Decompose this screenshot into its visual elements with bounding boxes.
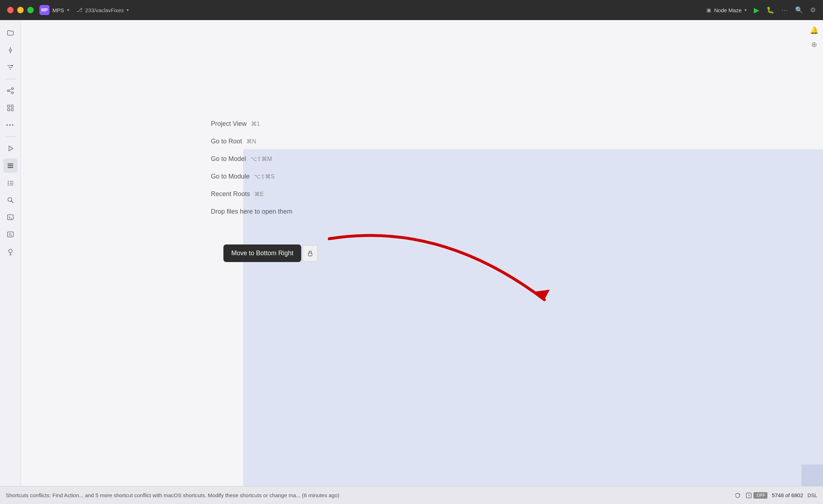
node-maze-icon: ▣ — [706, 7, 711, 13]
menu-shortcut: ⌥⇧⌘M — [250, 156, 272, 162]
app-icon: MP — [39, 5, 49, 15]
sidebar-item-graph[interactable] — [3, 84, 18, 98]
svg-point-26 — [8, 198, 12, 201]
run-button[interactable]: ▶ — [754, 6, 759, 14]
titlebar: MP MPS ▾ ⎇ 233/vaclavFixes ▾ ▣ Node Maze… — [0, 0, 823, 20]
main-area: Project View ⌘1 Go to Root ⌘N Go to Mode… — [21, 20, 823, 486]
svg-rect-28 — [8, 215, 13, 220]
sidebar-item-search[interactable] — [3, 193, 18, 207]
line-count: 5748 of 6802 — [772, 492, 803, 498]
blue-overlay-panel — [243, 149, 823, 486]
menu-shortcut: ⌥⇧⌘S — [254, 173, 275, 180]
svg-point-20 — [8, 181, 9, 182]
more-actions-button[interactable]: ⋯ — [781, 6, 788, 14]
sidebar-item-bullet-list[interactable] — [3, 176, 18, 190]
lock-icon-button[interactable] — [303, 245, 318, 262]
tooltip-container: Move to Bottom Right — [223, 244, 318, 262]
left-sidebar: ••• — [0, 20, 21, 486]
titlebar-right: ▣ Node Maze ▾ ▶ 🐛 ⋯ 🔍 ⚙ — [706, 6, 816, 14]
branch-selector[interactable]: ⎇ 233/vaclavFixes ▾ — [76, 7, 129, 13]
menu-shortcut: ⌘N — [246, 138, 256, 145]
svg-rect-19 — [8, 167, 13, 168]
statusbar: Shortcuts conflicts: Find Action... and … — [0, 486, 823, 504]
off-badge: :OFF — [753, 492, 767, 499]
menu-item-recent-roots[interactable]: Recent Roots ⌘E — [204, 185, 299, 203]
sidebar-item-terminal[interactable] — [3, 210, 18, 224]
menu-item-go-to-module[interactable]: Go to Module ⌥⇧⌘S — [204, 168, 299, 185]
sidebar-item-filter[interactable] — [3, 60, 18, 75]
settings-button[interactable]: ⚙ — [810, 6, 816, 14]
sidebar-item-more[interactable]: ••• — [3, 118, 18, 132]
minimize-button[interactable] — [17, 7, 24, 13]
statusbar-right: :OFF 5748 of 6802 DSL — [734, 492, 817, 499]
move-to-bottom-right-button[interactable]: Move to Bottom Right — [223, 244, 301, 262]
app-name: MPS — [52, 7, 64, 13]
sidebar-item-terminal2[interactable] — [3, 227, 18, 242]
menu-item-go-to-model[interactable]: Go to Model ⌥⇧⌘M — [204, 150, 299, 168]
sidebar-item-list[interactable] — [3, 158, 18, 173]
right-sidebar: 🔔 ⊕ — [805, 20, 823, 486]
dsl-label[interactable]: DSL — [808, 493, 817, 498]
svg-point-8 — [11, 88, 13, 90]
menu-item-project-view[interactable]: Project View ⌘1 — [204, 115, 299, 133]
sidebar-item-grid[interactable] — [3, 101, 18, 115]
svg-rect-18 — [8, 165, 13, 166]
menu-item-go-to-root[interactable]: Go to Root ⌘N — [204, 133, 299, 150]
run-config-selector[interactable]: ▣ Node Maze ▾ — [706, 7, 747, 13]
menu-item-label: Project View — [211, 120, 247, 128]
menu-item-label: Recent Roots — [211, 190, 250, 198]
statusbar-message[interactable]: Shortcuts conflicts: Find Action... and … — [6, 492, 728, 498]
svg-rect-12 — [8, 105, 10, 107]
sidebar-divider-2 — [5, 137, 16, 137]
branch-dropdown-icon: ▾ — [127, 8, 129, 13]
svg-point-22 — [8, 183, 9, 184]
svg-rect-14 — [8, 109, 10, 111]
app-dropdown-icon: ▾ — [67, 8, 69, 13]
node-maze-dropdown: ▾ — [744, 8, 747, 13]
svg-rect-15 — [11, 109, 13, 111]
sync-status[interactable] — [734, 492, 741, 499]
branch-git-icon: ⎇ — [76, 7, 82, 13]
node-maze-label: Node Maze — [714, 7, 742, 13]
close-button[interactable] — [7, 7, 14, 13]
traffic-lights — [7, 7, 34, 13]
svg-line-27 — [11, 201, 13, 203]
menu-shortcut: ⌘E — [254, 191, 264, 198]
settings-wheel-icon[interactable]: ⊕ — [811, 40, 817, 49]
sidebar-divider-1 — [5, 79, 16, 79]
menu-shortcut: ⌘1 — [251, 120, 260, 127]
sidebar-item-run[interactable] — [3, 141, 18, 156]
svg-point-24 — [8, 185, 9, 186]
sidebar-item-commit[interactable] — [3, 43, 18, 57]
menu-item-drop-files: Drop files here to open them — [204, 203, 299, 220]
debug-button[interactable]: 🐛 — [766, 6, 774, 14]
power-status[interactable]: :OFF — [746, 492, 767, 499]
app-selector[interactable]: MP MPS ▾ — [39, 5, 69, 15]
sidebar-item-folder[interactable] — [3, 26, 18, 40]
search-button[interactable]: 🔍 — [795, 6, 803, 14]
svg-point-0 — [9, 49, 11, 51]
svg-rect-17 — [8, 163, 13, 165]
notification-icon[interactable]: 🔔 — [810, 26, 819, 34]
menu-item-label: Drop files here to open them — [211, 208, 292, 215]
maximize-button[interactable] — [27, 7, 34, 13]
menu-item-label: Go to Model — [211, 155, 246, 163]
svg-line-10 — [9, 89, 11, 90]
svg-rect-36 — [308, 253, 312, 256]
branch-name: 233/vaclavFixes — [85, 7, 124, 13]
menu-items-list: Project View ⌘1 Go to Root ⌘N Go to Mode… — [204, 115, 299, 220]
sidebar-item-pin[interactable] — [3, 244, 18, 259]
svg-point-6 — [11, 65, 13, 66]
svg-point-33 — [9, 249, 12, 253]
bottom-right-indicator — [801, 465, 823, 486]
menu-item-label: Go to Module — [211, 173, 250, 180]
svg-line-11 — [9, 91, 11, 92]
svg-point-9 — [11, 92, 13, 94]
svg-point-7 — [7, 90, 9, 92]
svg-marker-16 — [9, 146, 13, 151]
svg-rect-13 — [11, 105, 13, 107]
menu-item-label: Go to Root — [211, 138, 242, 145]
svg-rect-30 — [8, 232, 13, 237]
